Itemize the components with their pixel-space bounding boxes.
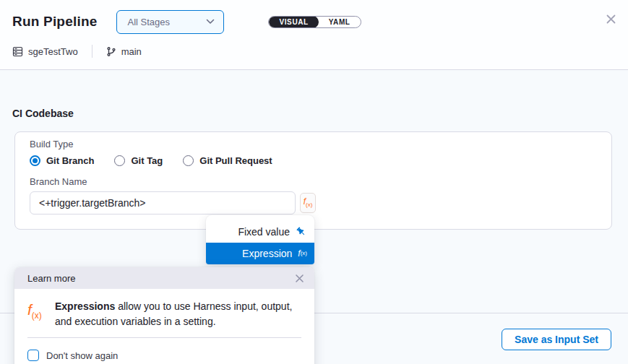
- git-branch-icon: [106, 46, 116, 57]
- run-pipeline-dialog: Run Pipeline All Stages VISUAL YAML: [0, 0, 628, 364]
- popover-title: Learn more: [27, 273, 75, 284]
- visual-yaml-toggle: VISUAL YAML: [268, 16, 361, 28]
- dialog-header: Run Pipeline All Stages VISUAL YAML: [0, 0, 628, 70]
- menu-item-expression[interactable]: Expression f(x): [206, 243, 314, 264]
- tab-visual[interactable]: VISUAL: [269, 16, 318, 28]
- build-type-options: Git Branch Git Tag Git Pull Request: [30, 155, 597, 166]
- close-icon[interactable]: [295, 274, 304, 283]
- dont-show-again-label: Don't show again: [46, 350, 118, 361]
- ci-codebase-card: Build Type Git Branch Git Tag Git Pull R…: [14, 131, 612, 230]
- branch-name-input[interactable]: [30, 191, 296, 214]
- popover-header: Learn more: [14, 267, 314, 289]
- fx-icon: f(x): [304, 197, 313, 208]
- close-icon[interactable]: [606, 14, 616, 25]
- divider: [92, 45, 93, 58]
- pipeline-meta: sgeTestTwo main: [12, 45, 142, 58]
- stage-selector-value: All Stages: [127, 17, 170, 27]
- chevron-down-icon: [206, 19, 215, 25]
- tab-yaml[interactable]: YAML: [319, 16, 361, 28]
- page-title: Run Pipeline: [12, 14, 97, 30]
- radio-button[interactable]: [183, 155, 194, 166]
- radio-git-pull-request[interactable]: Git Pull Request: [183, 155, 272, 166]
- fx-icon: f(x): [298, 249, 307, 258]
- stage-selector[interactable]: All Stages: [116, 10, 224, 34]
- section-title-ci-codebase: CI Codebase: [12, 108, 74, 119]
- pin-icon: [296, 226, 307, 238]
- learn-more-text: Expressions allow you to use Harness inp…: [55, 299, 303, 329]
- radio-git-tag[interactable]: Git Tag: [114, 155, 163, 166]
- radio-button[interactable]: [114, 155, 125, 166]
- build-type-label: Build Type: [30, 139, 597, 150]
- learn-more-popover: Learn more f(x) Expressions allow you to…: [14, 267, 314, 364]
- radio-button[interactable]: [30, 155, 40, 166]
- repository-icon: [12, 46, 23, 57]
- branch-name: main: [121, 46, 142, 57]
- save-as-input-set-button[interactable]: Save as Input Set: [502, 329, 611, 350]
- menu-item-fixed-value[interactable]: Fixed value: [206, 221, 314, 243]
- branch-name-label: Branch Name: [30, 176, 597, 187]
- fx-icon: f(x): [27, 299, 55, 320]
- value-type-menu: Fixed value Expression f(x): [206, 215, 314, 264]
- divider: [27, 337, 301, 338]
- expression-fx-button[interactable]: f(x): [300, 193, 316, 213]
- repo-name: sgeTestTwo: [28, 46, 78, 57]
- dont-show-again-checkbox[interactable]: [27, 350, 39, 361]
- radio-git-branch[interactable]: Git Branch: [30, 155, 94, 166]
- dont-show-again-option[interactable]: Don't show again: [27, 350, 303, 361]
